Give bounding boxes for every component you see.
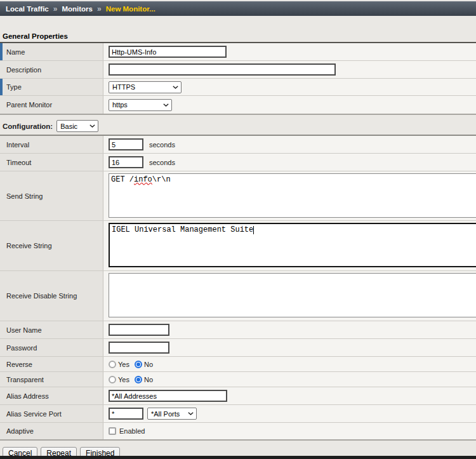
password-label-cell: Password (0, 339, 103, 356)
description-input[interactable] (109, 63, 336, 76)
transparent-label-cell: Transparent (0, 372, 103, 387)
parent-monitor-label-cell: Parent Monitor (0, 96, 103, 114)
breadcrumb-section-link[interactable]: Local Traffic (6, 5, 49, 13)
general-properties-title: General Properties (3, 32, 476, 40)
timeout-suffix: seconds (149, 159, 175, 166)
misspelled-word: info (134, 175, 152, 184)
configuration-mode-value: Basic (60, 123, 77, 130)
user-name-input[interactable] (109, 324, 169, 336)
breadcrumb: Local Traffic » Monitors » New Monitor..… (0, 1, 476, 16)
receive-disable-string-row: Receive Disable String (0, 271, 476, 321)
receive-disable-string-label: Receive Disable String (6, 292, 77, 300)
timeout-value-cell: seconds (103, 154, 476, 171)
text-caret (253, 226, 254, 234)
transparent-no-radio[interactable] (135, 376, 142, 383)
password-row: Password (0, 339, 476, 357)
password-value-cell (103, 339, 476, 356)
name-value-cell (103, 43, 476, 60)
transparent-no-label: No (144, 376, 153, 383)
alias-service-port-value-cell: *All Ports (103, 405, 476, 422)
reverse-yes-radio[interactable] (109, 361, 116, 368)
reverse-no-label: No (144, 361, 153, 368)
parent-monitor-select-value: https (112, 101, 128, 109)
chevron-down-icon (188, 412, 194, 415)
breadcrumb-separator-icon: » (53, 4, 58, 13)
parent-monitor-select[interactable]: https (109, 99, 172, 111)
alias-address-input[interactable] (109, 390, 227, 402)
password-input[interactable] (109, 342, 169, 354)
send-string-value-cell: GET /info\r\n (103, 171, 476, 220)
parent-monitor-label: Parent Monitor (6, 101, 52, 109)
timeout-label-cell: Timeout (0, 154, 103, 171)
transparent-row: Transparent Yes No (0, 372, 476, 387)
reverse-label: Reverse (6, 361, 32, 368)
parent-monitor-row: Parent Monitor https (0, 96, 476, 114)
description-row: Description (0, 61, 476, 79)
send-string-textarea[interactable]: GET /info\r\n (109, 173, 476, 218)
type-select-value: HTTPS (112, 83, 135, 91)
user-name-value-cell (103, 321, 476, 338)
type-value-cell: HTTPS (103, 79, 476, 95)
transparent-yes-radio[interactable] (109, 376, 116, 383)
interval-label: Interval (6, 141, 29, 149)
transparent-yes-label: Yes (118, 376, 129, 383)
adaptive-enabled-label: Enabled (119, 427, 145, 435)
reverse-no-radio[interactable] (135, 361, 142, 368)
reverse-label-cell: Reverse (0, 357, 103, 371)
parent-monitor-value-cell: https (103, 96, 476, 114)
description-label: Description (6, 66, 41, 74)
interval-value-cell: seconds (103, 136, 476, 153)
receive-disable-string-label-cell: Receive Disable String (0, 271, 103, 321)
receive-string-label: Receive String (6, 242, 52, 249)
configuration-mode-select[interactable]: Basic (56, 120, 98, 132)
configuration-table: Interval seconds Timeout seconds Send St… (0, 135, 476, 441)
required-indicator (0, 43, 3, 60)
type-label: Type (6, 83, 22, 91)
name-label-cell: Name (0, 43, 103, 60)
send-string-row: Send String GET /info\r\n (0, 171, 476, 221)
type-label-cell: Type (0, 79, 103, 95)
interval-label-cell: Interval (0, 136, 103, 153)
timeout-input[interactable] (109, 156, 143, 168)
alias-service-port-select-value: *All Ports (151, 410, 180, 418)
type-select[interactable]: HTTPS (109, 81, 182, 93)
breadcrumb-subsection-link[interactable]: Monitors (62, 5, 93, 13)
adaptive-row: Adaptive Enabled (0, 423, 476, 439)
description-label-cell: Description (0, 61, 103, 78)
configuration-bar: Configuration: Basic (3, 119, 476, 133)
transparent-label: Transparent (6, 376, 44, 383)
adaptive-enabled-checkbox[interactable] (109, 427, 116, 435)
name-label: Name (6, 48, 25, 56)
interval-suffix: seconds (149, 141, 175, 149)
alias-service-port-select[interactable]: *All Ports (147, 408, 197, 420)
receive-string-textarea[interactable]: IGEL Universal Management Suite (109, 223, 476, 267)
alias-service-port-input[interactable] (109, 408, 143, 420)
required-indicator (0, 79, 3, 95)
alias-service-port-label-cell: Alias Service Port (0, 405, 103, 422)
alias-address-label-cell: Alias Address (0, 387, 103, 404)
description-value-cell (103, 61, 476, 78)
chevron-down-icon (163, 103, 169, 107)
receive-disable-string-textarea[interactable] (109, 273, 476, 317)
user-name-row: User Name (0, 321, 476, 339)
alias-address-value-cell (103, 387, 476, 404)
user-name-label-cell: User Name (0, 321, 103, 338)
reverse-row: Reverse Yes No (0, 357, 476, 372)
alias-service-port-row: Alias Service Port *All Ports (0, 405, 476, 423)
interval-input[interactable] (109, 138, 143, 150)
breadcrumb-separator-icon: » (97, 4, 102, 13)
name-row: Name (0, 43, 476, 61)
adaptive-value-cell: Enabled (103, 423, 476, 439)
receive-string-value-cell: IGEL Universal Management Suite (103, 221, 476, 270)
adaptive-label: Adaptive (6, 427, 34, 435)
adaptive-label-cell: Adaptive (0, 423, 103, 439)
timeout-row: Timeout seconds (0, 154, 476, 171)
transparent-radio-group: Yes No (109, 376, 158, 383)
configuration-label: Configuration: (3, 123, 53, 130)
reverse-value-cell: Yes No (103, 357, 476, 371)
interval-row: Interval seconds (0, 136, 476, 154)
chevron-down-icon (89, 124, 95, 128)
alias-service-port-label: Alias Service Port (6, 410, 62, 418)
bottom-border-strip (0, 456, 476, 459)
name-input[interactable] (109, 46, 227, 58)
